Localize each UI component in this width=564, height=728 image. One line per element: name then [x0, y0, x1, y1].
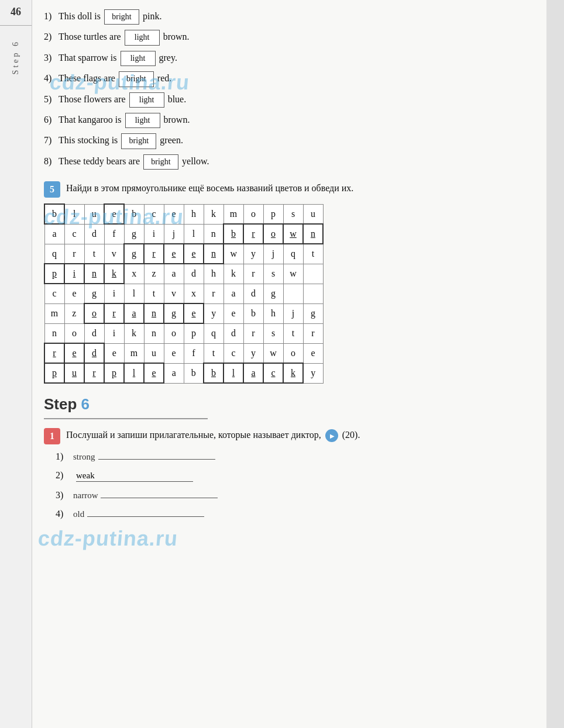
cell-0-7: h	[184, 204, 204, 224]
cell-2-4: g	[124, 244, 144, 264]
cell-7-11: w	[263, 343, 283, 363]
step6-title: Step 6	[44, 395, 90, 413]
cell-3-13	[303, 264, 323, 284]
cell-1-8: n	[204, 224, 223, 244]
cell-6-5: n	[144, 323, 164, 343]
sentence-num-4: 4)	[44, 71, 59, 86]
task1-description: Послушай и запиши прилагательные, которы…	[66, 428, 360, 442]
cell-1-13: n	[303, 224, 323, 244]
sentence-text-after-1: pink.	[143, 9, 161, 24]
cell-0-13: u	[303, 204, 323, 224]
cell-5-12: j	[283, 303, 303, 323]
cell-7-1: e	[64, 343, 84, 363]
cell-6-2: d	[84, 323, 104, 343]
audio-icon[interactable]	[325, 429, 338, 442]
cell-5-6: g	[164, 303, 184, 323]
sentence-text-before-8: These teddy bears are	[59, 154, 140, 169]
cell-6-12: t	[283, 323, 303, 343]
answer-box-7: bright	[121, 133, 156, 149]
cell-0-10: o	[243, 204, 263, 224]
cell-7-3: e	[104, 343, 124, 363]
cell-5-2: o	[84, 303, 104, 323]
cell-6-9: d	[223, 323, 243, 343]
word-search-grid: b l u e b c e h k m o p s u a	[44, 203, 324, 384]
cell-6-10: r	[243, 323, 263, 343]
sentence-text-before-5: Those flowers are	[59, 92, 126, 107]
cell-2-6: e	[164, 244, 184, 264]
cell-7-7: f	[184, 343, 204, 363]
sentence-num-5: 5)	[44, 92, 59, 107]
cell-5-8: y	[204, 303, 223, 323]
cell-3-9: k	[223, 264, 243, 284]
cell-4-1: e	[64, 284, 84, 303]
task1-header: 1 Послушай и запиши прилагательные, кото…	[44, 428, 529, 444]
sentence-6: 6) That kangaroo is light brown.	[44, 112, 529, 128]
cell-1-1: c	[64, 224, 84, 244]
cell-8-1: u	[64, 363, 84, 383]
cell-6-7: p	[184, 323, 204, 343]
grid-row-5: m z o r a n g e y e b h j g	[44, 303, 323, 323]
cell-1-10: r	[243, 224, 263, 244]
sentence-num-8: 8)	[44, 154, 59, 169]
answer-list: 1) strong 2) weak 3) narrow 4) old	[56, 451, 529, 519]
sentence-text-after-2: brown.	[163, 29, 190, 44]
sentence-2: 2) Those turtles are light brown.	[44, 29, 529, 45]
cell-8-12: k	[283, 363, 303, 383]
cell-1-4: g	[124, 224, 144, 244]
cell-6-13: r	[303, 323, 323, 343]
cell-5-9: e	[223, 303, 243, 323]
sentence-text-after-6: brown.	[164, 112, 190, 127]
grid-row-8: p u r p l e a b b l a c k y	[44, 363, 323, 383]
cell-4-8: r	[204, 284, 223, 303]
cell-1-12: w	[283, 224, 303, 244]
cell-7-4: m	[124, 343, 144, 363]
cell-5-4: a	[124, 303, 144, 323]
cell-1-2: d	[84, 224, 104, 244]
cell-0-0: b	[44, 204, 64, 224]
answer-box-2: light	[125, 30, 160, 45]
cell-7-8: t	[204, 343, 223, 363]
cell-5-5: n	[144, 303, 164, 323]
cell-6-4: k	[124, 323, 144, 343]
sentence-text-after-4: red.	[157, 71, 171, 86]
cell-3-7: d	[184, 264, 204, 284]
grid-row-6: n o d i k n o p q d r s t r	[44, 323, 323, 343]
cell-2-0: q	[44, 244, 64, 264]
cell-1-3: f	[104, 224, 124, 244]
cell-2-1: r	[64, 244, 84, 264]
cell-8-0: p	[44, 363, 64, 383]
cell-5-10: b	[243, 303, 263, 323]
cell-8-4: l	[124, 363, 144, 383]
step6-divider	[44, 418, 208, 419]
cell-1-9: b	[223, 224, 243, 244]
task5-badge: 5	[44, 181, 60, 198]
cell-6-11: s	[263, 323, 283, 343]
cell-7-6: e	[164, 343, 184, 363]
answer-item-3: 3) narrow	[56, 490, 529, 501]
cell-8-8: b	[204, 363, 223, 383]
cell-7-12: o	[283, 343, 303, 363]
page-number: 46	[11, 6, 21, 18]
cell-7-10: y	[243, 343, 263, 363]
answer-text-2: weak	[76, 471, 193, 482]
step6-header: Step 6	[44, 395, 529, 413]
cell-2-5: r	[144, 244, 164, 264]
answer-num-1: 1)	[56, 451, 73, 462]
cell-8-5: e	[144, 363, 164, 383]
answer-num-2: 2)	[56, 470, 73, 481]
cell-8-3: p	[104, 363, 124, 383]
cell-4-7: x	[184, 284, 204, 303]
cell-0-9: m	[223, 204, 243, 224]
cell-0-8: k	[204, 204, 223, 224]
sentence-text-before-7: This stocking is	[59, 133, 118, 148]
cell-5-0: m	[44, 303, 64, 323]
cell-4-2: g	[84, 284, 104, 303]
grid-row-3: p i n k x z a d h k r s w	[44, 264, 323, 284]
answer-box-4: bright	[119, 71, 154, 87]
cell-2-13: t	[303, 244, 323, 264]
cell-4-5: t	[144, 284, 164, 303]
cell-4-4: l	[124, 284, 144, 303]
cell-8-2: r	[84, 363, 104, 383]
cell-2-3: v	[104, 244, 124, 264]
cell-2-12: q	[283, 244, 303, 264]
